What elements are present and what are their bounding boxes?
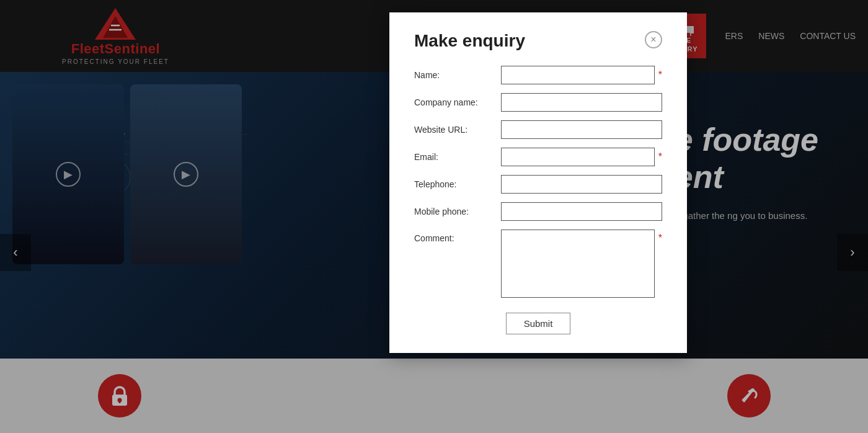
email-label: Email:: [414, 152, 501, 162]
mobile-input-wrap: [501, 202, 662, 221]
enquiry-modal: Make enquiry × Name: * Company name: Web…: [389, 12, 687, 353]
telephone-field-row: Telephone:: [414, 175, 662, 194]
comment-label: Comment:: [414, 230, 501, 243]
modal-title: Make enquiry: [414, 31, 525, 51]
submit-row: Submit: [414, 313, 662, 334]
email-input-wrap: [501, 148, 655, 166]
company-field-row: Company name:: [414, 93, 662, 112]
comment-field-row: Comment: *: [414, 230, 662, 300]
submit-button[interactable]: Submit: [506, 313, 571, 334]
telephone-label: Telephone:: [414, 179, 501, 189]
website-field-row: Website URL:: [414, 120, 662, 139]
website-label: Website URL:: [414, 125, 501, 135]
name-required: *: [658, 70, 662, 80]
comment-input-wrap: [501, 230, 655, 300]
telephone-input[interactable]: [501, 175, 662, 194]
mobile-field-row: Mobile phone:: [414, 202, 662, 221]
mobile-input[interactable]: [501, 202, 662, 221]
comment-textarea[interactable]: [501, 230, 655, 298]
name-input-wrap: [501, 66, 655, 84]
telephone-input-wrap: [501, 175, 662, 194]
email-input[interactable]: [501, 148, 655, 166]
company-label: Company name:: [414, 97, 501, 107]
modal-header: Make enquiry ×: [414, 31, 662, 51]
company-input-wrap: [501, 93, 662, 112]
name-field-row: Name: *: [414, 66, 662, 84]
email-required: *: [658, 152, 662, 162]
email-field-row: Email: *: [414, 148, 662, 166]
comment-required: *: [658, 233, 662, 243]
website-input-wrap: [501, 120, 662, 139]
mobile-label: Mobile phone:: [414, 207, 501, 216]
company-input[interactable]: [501, 93, 662, 112]
name-label: Name:: [414, 70, 501, 80]
modal-close-button[interactable]: ×: [645, 31, 662, 48]
name-input[interactable]: [501, 66, 655, 84]
website-input[interactable]: [501, 120, 662, 139]
